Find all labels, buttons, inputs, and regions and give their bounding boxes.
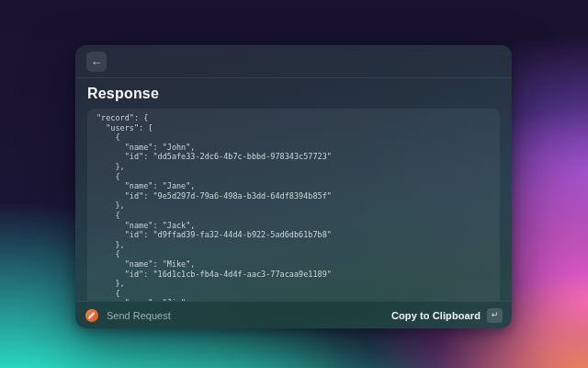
return-key-icon: ↵ (487, 308, 503, 323)
back-button[interactable]: ← (86, 52, 107, 72)
response-code-block[interactable]: "record": { "users": [ { "name": "John",… (87, 109, 500, 301)
window-header: ← (75, 45, 512, 78)
window-footer: Send Request Copy to Clipboard ↵ (75, 301, 512, 328)
copy-to-clipboard-action[interactable]: Copy to Clipboard ↵ (391, 308, 503, 323)
response-window: ← Response "record": { "users": [ { "nam… (75, 45, 512, 328)
send-request-label: Send Request (107, 310, 171, 321)
window-content: Response "record": { "users": [ { "name"… (75, 78, 512, 301)
response-json: "record": { "users": [ { "name": "John",… (87, 109, 500, 301)
back-arrow-icon: ← (91, 55, 103, 67)
extension-icon (85, 309, 98, 322)
send-request-action[interactable]: Send Request (85, 309, 171, 322)
copy-to-clipboard-label: Copy to Clipboard (391, 310, 481, 321)
page-title: Response (87, 86, 500, 102)
